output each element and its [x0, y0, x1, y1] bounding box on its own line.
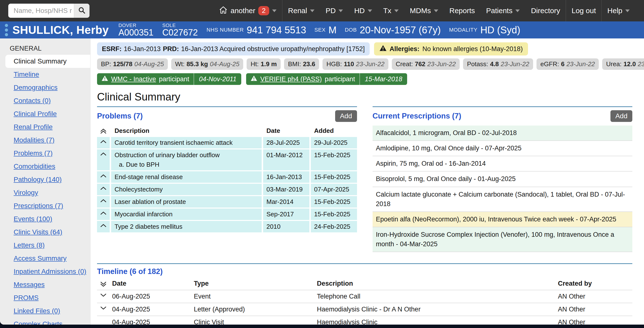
patient-field-label: NHS NUMBER — [206, 27, 244, 33]
sort-descending-icon[interactable] — [97, 278, 110, 290]
sidebar-item-clinic-visits-64[interactable]: Clinic Visits (64) — [0, 226, 90, 239]
nav-item-hd[interactable]: HD — [354, 7, 372, 15]
sidebar-item-messages[interactable]: Messages — [0, 278, 90, 291]
caret-down-icon — [338, 10, 343, 12]
prescription-item[interactable]: Amlodipine, 10 mg, Oral Once daily - 07-… — [372, 141, 632, 156]
sidebar-item-prescriptions-7[interactable]: Prescriptions (7) — [0, 199, 90, 212]
collapse-row-icon[interactable] — [97, 208, 110, 220]
nav-item-tx[interactable]: Tx — [383, 7, 398, 15]
sidebar-item-virology[interactable]: Virology — [0, 186, 90, 199]
timeline-date: 04-Aug-2025 — [111, 316, 192, 324]
nav-item-mdms[interactable]: MDMs — [410, 7, 438, 15]
sidebar-item-modalities-7[interactable]: Modalities (7) — [0, 134, 90, 147]
nav-item-label: MDMs — [410, 7, 431, 15]
notification-badge[interactable]: 2 — [258, 6, 270, 15]
problem-description: Laser ablation of prostate — [111, 196, 262, 208]
nav-divider — [602, 0, 602, 22]
allergies-value: No known allergies (10-May-2018) — [422, 45, 523, 53]
nav-item-renal[interactable]: Renal — [288, 7, 314, 15]
patient-field-dob: DOB20-Nov-1957 (67y) — [345, 25, 441, 36]
sidebar-item-linked-files-0[interactable]: Linked Files (0) — [0, 304, 90, 317]
vital-ht[interactable]: Ht:1.9 m — [246, 58, 281, 70]
expand-row-icon[interactable] — [97, 303, 110, 315]
sidebar-item-events-100[interactable]: Events (100) — [0, 212, 90, 226]
vital-bp[interactable]: BP:125/7804-Aug-25 — [97, 58, 168, 70]
collapse-row-icon[interactable] — [97, 184, 110, 195]
collapse-row-icon[interactable] — [97, 196, 110, 208]
prescription-item[interactable]: Calcium lactate gluconate + Calcium carb… — [372, 187, 632, 212]
sidebar-item-proms[interactable]: PROMS — [0, 291, 90, 304]
vital-potass[interactable]: Potass:4.823-Jun-22 — [463, 58, 533, 70]
nav-item-label: Renal — [288, 7, 307, 15]
drag-handle-icon[interactable] — [5, 24, 8, 36]
main-content: ESRF: 16-Jan-2013 PRD: 16-Jan-2013 Acqui… — [91, 39, 644, 324]
prescription-item[interactable]: Iron-Hydroxide Sucrose Complex Injection… — [372, 227, 632, 252]
sidebar-item-clinical-profile[interactable]: Clinical Profile — [0, 107, 90, 120]
add-problem-button[interactable]: Add — [335, 110, 357, 122]
collapse-row-icon[interactable] — [97, 137, 110, 148]
prescription-item[interactable]: Epoetin alfa (NeoRecormon), 2000 iu, Int… — [372, 212, 632, 227]
vital-label: HGB: — [326, 60, 342, 68]
esrf-prd-bar: ESRF: 16-Jan-2013 PRD: 16-Jan-2013 Acqui… — [97, 42, 370, 56]
sidebar-item-pathology-140[interactable]: Pathology (140) — [0, 173, 90, 186]
prd-label: PRD: — [163, 45, 179, 53]
search-input[interactable] — [8, 4, 74, 18]
nav-item-help[interactable]: Help — [607, 7, 630, 15]
problem-description: Obstruction of urinary bladder outflowa.… — [111, 149, 262, 170]
nav-item-home[interactable]: another 2 — [219, 6, 276, 16]
problem-date: 01-Mar-2012 — [263, 149, 309, 170]
vital-wt[interactable]: Wt:85.3 kg04-Aug-25 — [171, 58, 244, 70]
sidebar-item-timeline[interactable]: Timeline — [0, 68, 90, 81]
timeline-column-type: Type — [193, 278, 314, 290]
sidebar-section-general: GENERAL — [0, 42, 90, 55]
vital-label: Creat: — [396, 60, 413, 68]
sidebar-item-contacts-0[interactable]: Contacts (0) — [0, 94, 90, 107]
timeline-column-description: Description — [316, 278, 556, 290]
timeline-row: 04-Aug-2025Letter (Approved)Haemodialysi… — [97, 303, 632, 316]
participation-link[interactable]: VERIFIE ph4 (PASS) — [260, 75, 322, 83]
expand-row-icon[interactable] — [97, 290, 110, 303]
timeline-created-by: AN Other — [557, 290, 632, 303]
nav-item-reports[interactable]: Reports — [450, 7, 475, 15]
vital-creat[interactable]: Creat:76223-Jun-22 — [392, 58, 460, 70]
add-prescription-button[interactable]: Add — [610, 110, 632, 122]
sidebar-item-clinical-summary[interactable]: Clinical Summary — [5, 55, 90, 68]
sidebar-item-renal-profile[interactable]: Renal Profile — [0, 120, 90, 134]
nav-item-patients[interactable]: Patients — [486, 7, 520, 15]
vital-label: Potass: — [467, 60, 488, 68]
sidebar-item-problems-7[interactable]: Problems (7) — [0, 147, 90, 160]
problem-date: 16-Jan-2013 — [263, 171, 309, 183]
sidebar-item-inpatient-admissions-0[interactable]: Inpatient Admissions (0) — [0, 265, 90, 278]
vital-urea[interactable]: Urea:12.023-Jun-22 — [602, 58, 644, 70]
collapse-row-icon[interactable] — [97, 149, 110, 170]
nav-item-log-out[interactable]: Log out — [572, 7, 596, 15]
problem-added: 24-Feb-2025 — [311, 221, 357, 232]
collapse-row-icon[interactable] — [97, 221, 110, 232]
sidebar-item-comorbidities[interactable]: Comorbidities — [0, 160, 90, 173]
prescription-item[interactable]: Aspirin, 75 mg, Oral od - 16-Jan-2014 — [372, 156, 632, 172]
sidebar-item-complex-charts[interactable]: Complex Charts — [0, 317, 90, 324]
vital-bmi[interactable]: BMI:23.6 — [284, 58, 319, 70]
timeline-title[interactable]: Timeline (6 of 182) — [97, 267, 163, 276]
prescription-item[interactable]: Alfacalcidol, 1 microgram, Oral BD - 02-… — [372, 126, 632, 141]
vital-egfr[interactable]: eGFR:623-Jun-22 — [536, 58, 599, 70]
nav-item-directory[interactable]: Directory — [531, 7, 560, 15]
timeline-created-by: AN Other — [557, 303, 632, 315]
collapse-row-icon[interactable] — [97, 171, 110, 183]
prescriptions-title[interactable]: Current Prescriptions (7) — [372, 112, 461, 120]
search-button[interactable] — [74, 4, 90, 18]
vital-hgb[interactable]: HGB:11023-Jun-22 — [322, 58, 388, 70]
patient-field-modality: MODALITYHD (Syd) — [449, 25, 520, 36]
nav-item-pd[interactable]: PD — [326, 7, 343, 15]
timeline-type: Letter (Approved) — [193, 303, 314, 315]
sidebar-item-letters-8[interactable]: Letters (8) — [0, 239, 90, 252]
problem-added: 15-Feb-2025 — [311, 196, 357, 208]
sort-ascending-icon[interactable] — [97, 126, 110, 136]
timeline-description: Haemodialysis Clinic - Dr A N Other — [316, 303, 556, 315]
problems-title[interactable]: Problems (7) — [97, 112, 143, 120]
sidebar-item-demographics[interactable]: Demographics — [0, 81, 90, 94]
allergies-badge[interactable]: Allergies: No known allergies (10-May-20… — [374, 42, 528, 56]
sidebar-item-access-summary[interactable]: Access Summary — [0, 252, 90, 265]
participation-link[interactable]: WMC - Inactive — [111, 75, 156, 83]
prescription-item[interactable]: Bisoprolol, 5 mg, Oral Once daily - 01-A… — [372, 172, 632, 187]
